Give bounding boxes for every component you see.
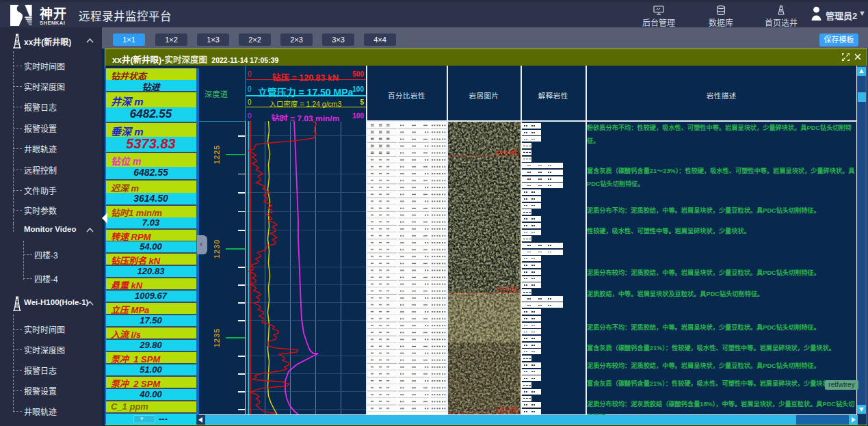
svg-text:1150.8米: 1150.8米 (496, 405, 518, 412)
svg-text:1148.8米: 1148.8米 (496, 285, 518, 292)
svg-text:1146.8米: 1146.8米 (496, 148, 518, 155)
